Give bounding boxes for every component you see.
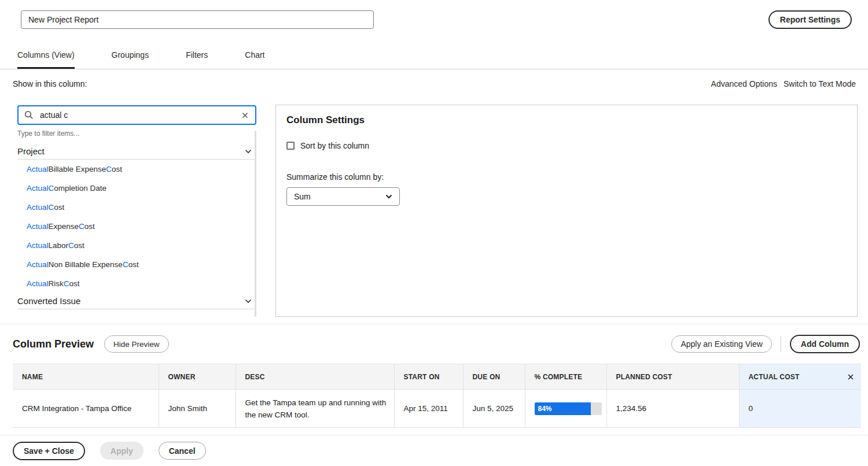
field-group-header[interactable]: Project [17, 143, 256, 160]
sort-checkbox[interactable] [286, 142, 295, 150]
x-icon [242, 112, 248, 119]
report-settings-button[interactable]: Report Settings [768, 10, 852, 29]
field-item[interactable]: Actual Billable Expense Cost [17, 160, 256, 179]
field-group-list: ProjectActual Billable Expense CostActua… [17, 143, 256, 309]
progress-bar: 84% [535, 402, 602, 415]
summarize-label: Summarize this column by: [286, 172, 847, 182]
show-in-column-label: Show in this column: [13, 79, 87, 88]
progress-label: 84% [535, 405, 552, 413]
scrollbar[interactable] [255, 131, 256, 317]
cell-owner: John Smith [159, 390, 236, 428]
sort-checkbox-label: Sort by this column [300, 141, 369, 150]
apply-button[interactable]: Apply [100, 442, 144, 460]
field-search-input[interactable] [39, 110, 236, 120]
column-header-desc[interactable]: DESC [236, 364, 394, 390]
x-icon [847, 373, 854, 380]
field-group-header[interactable]: Converted Issue [17, 293, 256, 309]
summarize-select-value: Sum [294, 192, 311, 201]
column-settings-title: Column Settings [286, 114, 847, 126]
field-item[interactable]: Actual Labor Cost [17, 236, 256, 255]
cell-start-on: Apr 15, 2011 [394, 390, 463, 428]
save-close-button[interactable]: Save + Close [13, 442, 85, 460]
column-preview-section: Column Preview Hide Preview Apply an Exi… [0, 324, 868, 428]
field-group-label: Converted Issue [17, 296, 80, 306]
add-column-button[interactable]: Add Column [790, 335, 860, 353]
tab-filters[interactable]: Filters [186, 40, 208, 69]
search-icon [24, 110, 34, 120]
field-item[interactable]: Actual Completion Date [17, 179, 256, 198]
tab-chart[interactable]: Chart [245, 40, 264, 69]
button-divider [781, 336, 781, 352]
report-builder: Report Settings Columns (View) Groupings… [0, 0, 868, 466]
field-search-box [17, 105, 256, 125]
table-header-row: NAME OWNER DESC START ON DUE ON % COMPLE… [13, 364, 861, 390]
column-preview-header: Column Preview Hide Preview Apply an Exi… [0, 324, 868, 364]
column-header-planned-cost[interactable]: PLANNED COST [606, 364, 739, 390]
field-item[interactable]: Actual Cost [17, 198, 256, 217]
chevron-down-icon [385, 194, 392, 199]
cell-name: CRM Integration - Tampa Office [13, 390, 159, 428]
field-group-label: Project [17, 146, 45, 156]
tab-groupings[interactable]: Groupings [112, 40, 149, 69]
column-header-start-on[interactable]: START ON [394, 364, 463, 390]
sort-by-column-row: Sort by this column [286, 141, 847, 150]
summarize-select[interactable]: Sum [286, 187, 400, 206]
column-header-actual-cost[interactable]: ACTUAL COST [739, 364, 861, 390]
advanced-options-link[interactable]: Advanced Options [711, 79, 777, 88]
apply-existing-view-button[interactable]: Apply an Existing View [671, 335, 771, 353]
chevron-down-icon [245, 299, 252, 304]
table-row: CRM Integration - Tampa Office John Smit… [13, 390, 861, 428]
cell-desc: Get the Tampa team up and running with t… [236, 390, 394, 428]
switch-to-text-mode-link[interactable]: Switch to Text Mode [784, 79, 856, 88]
column-settings-panel: Column Settings Sort by this column Summ… [275, 105, 858, 317]
column-header-owner[interactable]: OWNER [159, 364, 236, 390]
preview-table: NAME OWNER DESC START ON DUE ON % COMPLE… [13, 364, 861, 428]
footer-bar: Save + Close Apply Cancel [0, 435, 868, 466]
progress-fill: 84% [535, 402, 591, 415]
tab-columns-view[interactable]: Columns (View) [17, 40, 75, 69]
cell-percent-complete: 84% [525, 390, 606, 428]
column-header-percent-complete[interactable]: % COMPLETE [525, 364, 606, 390]
clear-search-button[interactable] [241, 111, 249, 120]
filter-hint: Type to filter items... [17, 130, 256, 138]
remove-column-button[interactable] [846, 372, 855, 382]
field-item[interactable]: Actual Risk Cost [17, 274, 256, 293]
cancel-button[interactable]: Cancel [159, 442, 206, 460]
field-item[interactable]: Actual Non Billable Expense Cost [17, 255, 256, 274]
column-preview-title: Column Preview [13, 338, 94, 350]
column-header-due-on[interactable]: DUE ON [463, 364, 525, 390]
chevron-down-icon [245, 149, 252, 154]
report-name-input[interactable] [21, 10, 374, 29]
cell-actual-cost: 0 [739, 390, 861, 428]
field-item[interactable]: Actual Expense Cost [17, 217, 256, 236]
tab-bar: Columns (View) Groupings Filters Chart [0, 40, 868, 69]
column-header-name[interactable]: NAME [13, 364, 159, 390]
cell-due-on: Jun 5, 2025 [463, 390, 525, 428]
cell-planned-cost: 1,234.56 [606, 390, 739, 428]
hide-preview-button[interactable]: Hide Preview [104, 335, 169, 353]
field-picker-panel: Type to filter items... ProjectActual Bi… [17, 105, 256, 317]
preview-header-actions: Apply an Existing View Add Column [671, 335, 860, 353]
